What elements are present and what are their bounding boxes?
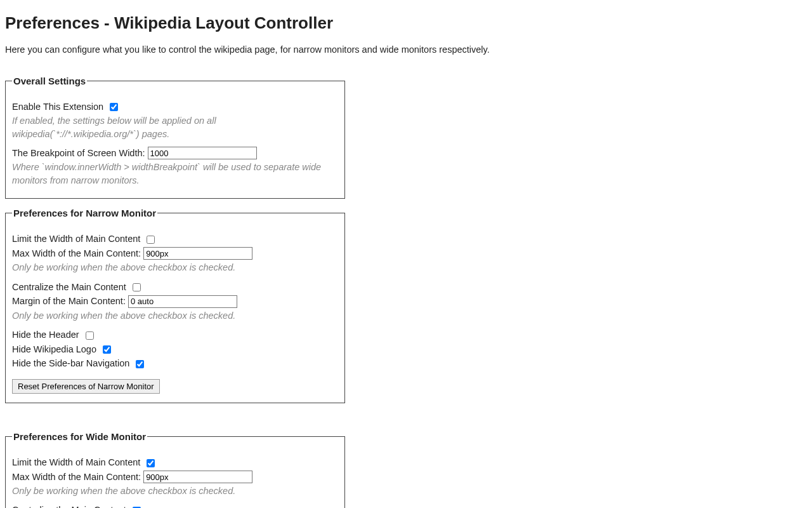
narrow-hide-sidebar-checkbox[interactable] bbox=[136, 360, 144, 368]
narrow-margin-label: Margin of the Main Content: bbox=[12, 296, 126, 306]
breakpoint-label: The Breakpoint of Screen Width: bbox=[12, 148, 145, 158]
narrow-hide-logo-label: Hide Wikipedia Logo bbox=[12, 344, 96, 354]
narrow-central-checkbox[interactable] bbox=[133, 283, 141, 291]
narrow-limit-label: Limit the Width of Main Content bbox=[12, 234, 140, 244]
wide-central-label: Centralize the Main Content bbox=[12, 505, 126, 508]
narrow-maxw-label: Max Width of the Main Content: bbox=[12, 248, 141, 258]
narrow-central-label: Centralize the Main Content bbox=[12, 282, 126, 292]
enable-extension-label: Enable This Extension bbox=[12, 102, 103, 112]
wide-limit-checkbox[interactable] bbox=[147, 459, 155, 467]
narrow-hide-logo-checkbox[interactable] bbox=[103, 345, 111, 354]
narrow-hide-header-label: Hide the Header bbox=[12, 330, 79, 340]
wide-maxw-input[interactable] bbox=[143, 471, 252, 483]
narrow-hide-header-checkbox[interactable] bbox=[86, 331, 94, 340]
enable-extension-checkbox[interactable] bbox=[110, 103, 118, 111]
enable-extension-hint: If enabled, the settings below will be a… bbox=[12, 114, 338, 140]
narrow-margin-hint: Only be working when the above checkbox … bbox=[12, 309, 338, 322]
narrow-maxw-hint: Only be working when the above checkbox … bbox=[12, 261, 338, 274]
breakpoint-hint: Where `window.innerWidth > widthBreakpoi… bbox=[12, 161, 338, 187]
wide-legend: Preferences for Wide Monitor bbox=[12, 430, 147, 443]
breakpoint-input[interactable] bbox=[148, 147, 257, 159]
wide-preferences-fieldset: Preferences for Wide Monitor Limit the W… bbox=[5, 430, 345, 508]
page-title: Preferences - Wikipedia Layout Controlle… bbox=[5, 11, 807, 34]
narrow-preferences-fieldset: Preferences for Narrow Monitor Limit the… bbox=[5, 206, 345, 403]
narrow-limit-checkbox[interactable] bbox=[147, 236, 155, 244]
overall-legend: Overall Settings bbox=[12, 74, 87, 88]
wide-maxw-label: Max Width of the Main Content: bbox=[12, 472, 141, 482]
narrow-hide-sidebar-label: Hide the Side-bar Navigation bbox=[12, 358, 129, 368]
narrow-maxw-input[interactable] bbox=[143, 247, 252, 260]
wide-limit-label: Limit the Width of Main Content bbox=[12, 457, 140, 467]
overall-settings-fieldset: Overall Settings Enable This Extension I… bbox=[5, 74, 345, 199]
narrow-reset-button[interactable]: Reset Preferences of Narrow Monitor bbox=[12, 379, 160, 394]
narrow-legend: Preferences for Narrow Monitor bbox=[12, 206, 157, 220]
wide-maxw-hint: Only be working when the above checkbox … bbox=[12, 485, 338, 497]
page-intro: Here you can configure what you like to … bbox=[5, 43, 807, 56]
section-spacer bbox=[5, 411, 807, 430]
narrow-margin-input[interactable] bbox=[128, 295, 237, 308]
